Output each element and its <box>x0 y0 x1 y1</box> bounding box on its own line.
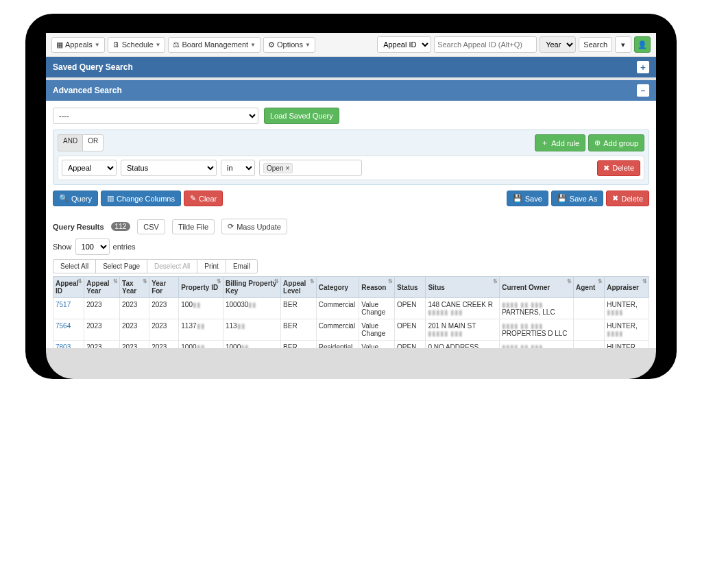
print-button[interactable]: Print <box>197 259 226 273</box>
filter-icon: ▾ <box>621 40 625 49</box>
cell-appealyear: 2023 <box>84 341 120 349</box>
advanced-search-header[interactable]: Advanced Search － <box>46 80 656 101</box>
columns-icon: ▥ <box>107 194 114 203</box>
cell-situs: 148 CANE CREEK R▮▮▮▮▮ ▮▮▮ <box>426 298 500 319</box>
collapse-icon[interactable]: － <box>637 84 649 97</box>
deselect-button[interactable]: Deselect All <box>147 259 197 273</box>
cell-status: OPEN <box>395 319 426 341</box>
email-button[interactable]: Email <box>226 259 258 273</box>
and-tab[interactable]: AND <box>58 134 82 151</box>
rule-op-select[interactable]: in <box>221 160 255 176</box>
nav-schedule-label: Schedule <box>122 40 154 49</box>
cell-status: OPEN <box>395 341 426 349</box>
nav-board[interactable]: ⚖ Board Management ▼ <box>168 37 261 53</box>
cell-billkey: 100030▮▮ <box>223 298 280 319</box>
nav-right: Appeal ID Year Search ▾ 👤 <box>377 36 651 53</box>
col-reason[interactable]: Reason⇅ <box>359 277 395 298</box>
cell-owner: ▮▮▮▮ ▮▮ ▮▮▮PARTNERS, LLC <box>500 298 574 319</box>
or-tab[interactable]: OR <box>82 134 104 151</box>
gavel-icon: ⚖ <box>173 40 180 49</box>
mass-update-button[interactable]: ⟳Mass Update <box>221 219 287 234</box>
load-label: Load Saved Query <box>270 112 333 120</box>
delete-button[interactable]: ✖Delete <box>606 191 649 206</box>
change-columns-button[interactable]: ▥Change Columns <box>101 191 181 206</box>
clear-button[interactable]: ✎Clear <box>184 191 223 206</box>
close-icon[interactable]: × <box>285 164 289 172</box>
sort-icon: ⇅ <box>493 280 498 284</box>
saved-query-select[interactable]: ---- <box>53 108 258 124</box>
cell-appealid[interactable]: 7517 <box>53 298 84 319</box>
col-situs[interactable]: Situs⇅ <box>426 277 500 298</box>
sort-icon: ⇅ <box>388 280 393 284</box>
col-taxyear[interactable]: Tax Year⇅ <box>120 277 149 298</box>
col-billkey[interactable]: Billing Property Key⇅ <box>223 277 280 298</box>
save-button[interactable]: 💾Save <box>507 191 548 206</box>
col-owner[interactable]: Current Owner⇅ <box>500 277 574 298</box>
nav-options[interactable]: ⚙ Options ▼ <box>263 37 315 53</box>
tag-open[interactable]: Open × <box>263 163 293 173</box>
left-actions: 🔍Query ▥Change Columns ✎Clear <box>53 191 223 206</box>
select-page-button[interactable]: Select Page <box>95 259 147 273</box>
col-yearfor[interactable]: Year For <box>149 277 179 298</box>
add-group-button[interactable]: ⊕Add group <box>588 134 644 151</box>
monitor-stand-neck <box>303 358 399 379</box>
cell-yearfor: 2023 <box>149 319 179 341</box>
csv-button[interactable]: CSV <box>137 219 165 234</box>
cell-agent <box>574 319 605 341</box>
cell-billkey: 1000▮▮ <box>223 341 280 349</box>
cell-reason: Value Change <box>359 298 395 319</box>
sort-icon: ⇅ <box>113 280 118 284</box>
saved-query-header[interactable]: Saved Query Search ＋ <box>46 57 656 77</box>
rule-entity-select[interactable]: Appeal <box>62 160 117 176</box>
col-appealyear[interactable]: Appeal Year⇅ <box>84 277 120 298</box>
col-appealid[interactable]: Appeal ID⇅ <box>53 277 84 298</box>
gear-icon: ⚙ <box>268 40 275 49</box>
cell-owner: ▮▮▮▮ ▮▮ ▮▮▮PROPERTIES D LLC <box>500 319 574 341</box>
rule-field-select[interactable]: Status <box>121 160 217 176</box>
tilde-button[interactable]: Tilde File <box>172 219 215 234</box>
nav-appeals[interactable]: ▦ Appeals ▼ <box>51 37 105 53</box>
col-status[interactable]: Status <box>395 277 426 298</box>
cell-taxyear: 2023 <box>120 319 149 341</box>
cell-appealid[interactable]: 7803 <box>53 341 84 349</box>
cell-propid: 1137▮▮ <box>179 319 223 341</box>
eraser-icon: ✎ <box>190 194 196 203</box>
select-all-button[interactable]: Select All <box>53 259 95 273</box>
search-input[interactable] <box>434 36 537 53</box>
col-category[interactable]: Category <box>316 277 359 298</box>
table-row[interactable]: 75642023202320231137▮▮113▮▮BERCommercial… <box>53 319 649 341</box>
query-button[interactable]: 🔍Query <box>53 191 98 206</box>
sort-icon: ⇅ <box>598 280 603 284</box>
col-appraiser[interactable]: Appraiser⇅ <box>605 277 649 298</box>
saved-query-row: ---- Load Saved Query <box>53 108 649 124</box>
col-propid[interactable]: Property ID⇅ <box>179 277 223 298</box>
rule-value-input[interactable]: Open × <box>259 160 362 176</box>
cell-billkey: 113▮▮ <box>223 319 280 341</box>
table-row[interactable]: 7517202320232023100▮▮100030▮▮BERCommerci… <box>53 298 649 319</box>
caret-icon: ▼ <box>95 42 100 48</box>
table-row[interactable]: 78032023202320231000▮▮1000▮▮BERResidenti… <box>53 341 649 349</box>
year-select[interactable]: Year <box>540 36 576 53</box>
col-agent[interactable]: Agent⇅ <box>574 277 605 298</box>
col-level[interactable]: Appeal Level⇅ <box>281 277 317 298</box>
cell-agent <box>574 341 605 349</box>
rule-row: Appeal Status in Open × ✖Delete <box>58 156 644 180</box>
delete-rule-button[interactable]: ✖Delete <box>597 160 640 176</box>
cell-propid: 1000▮▮ <box>179 341 223 349</box>
action-row: 🔍Query ▥Change Columns ✎Clear 💾Save 💾Sav… <box>53 191 649 206</box>
filter-button[interactable]: ▾ <box>615 36 631 53</box>
add-rule-button[interactable]: ＋Add rule <box>535 134 585 151</box>
expand-icon[interactable]: ＋ <box>637 61 649 73</box>
results-title: Query Results <box>53 223 104 231</box>
load-saved-query-button[interactable]: Load Saved Query <box>264 108 339 124</box>
nav-schedule[interactable]: 🗓 Schedule ▼ <box>108 37 166 53</box>
saveas-button[interactable]: 💾Save As <box>551 191 603 206</box>
cell-appealyear: 2023 <box>84 298 120 319</box>
cell-appealid[interactable]: 7564 <box>53 319 84 341</box>
appealid-select[interactable]: Appeal ID <box>377 36 431 53</box>
search-button[interactable]: Search <box>579 37 612 52</box>
entries-select[interactable]: 100 <box>75 238 110 255</box>
entries-label: entries <box>113 243 136 251</box>
user-button[interactable]: 👤 <box>634 36 651 53</box>
show-entries-row: Show 100 entries <box>53 238 649 255</box>
